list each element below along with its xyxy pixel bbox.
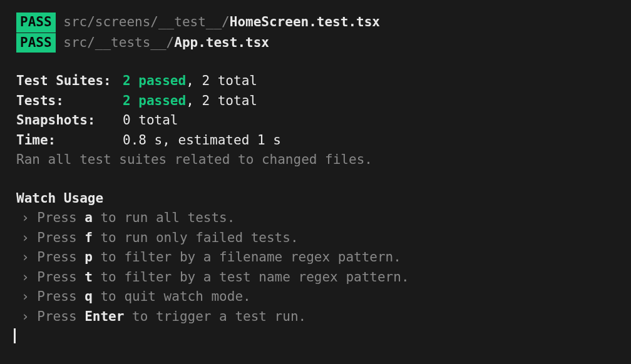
bullet-icon: ›: [21, 230, 29, 245]
watch-key[interactable]: p: [85, 250, 93, 265]
summary-label: Tests:: [16, 91, 123, 111]
test-result-line: PASS src/__tests__/App.test.tsx: [16, 33, 615, 53]
path-prefix: src/__tests__/: [63, 35, 174, 50]
watch-item: › Press a to run all tests.: [16, 208, 615, 228]
cursor-line[interactable]: [16, 326, 615, 346]
summary-section: Test Suites: 2 passed, 2 total Tests: 2 …: [16, 71, 615, 170]
watch-item: › Press p to filter by a filename regex …: [16, 248, 615, 268]
watch-item: › Press f to run only failed tests.: [16, 228, 615, 248]
summary-time: Time: 0.8 s, estimated 1 s: [16, 131, 615, 151]
summary-label: Time:: [16, 131, 123, 151]
watch-key[interactable]: a: [85, 210, 93, 225]
summary-snapshots: Snapshots: 0 total: [16, 111, 615, 131]
pass-badge: PASS: [16, 33, 56, 53]
pass-badge: PASS: [16, 13, 56, 33]
watch-item: › Press Enter to trigger a test run.: [16, 307, 615, 327]
test-result-line: PASS src/screens/__test__/HomeScreen.tes…: [16, 13, 615, 33]
watch-item: › Press q to quit watch mode.: [16, 287, 615, 307]
watch-desc: to filter by a filename regex pattern.: [93, 250, 401, 265]
bullet-icon: ›: [21, 270, 29, 285]
summary-passed: 2 passed: [123, 73, 186, 88]
bullet-icon: ›: [21, 289, 29, 304]
test-path: src/screens/__test__/HomeScreen.test.tsx: [63, 14, 380, 29]
summary-ran-text: Ran all test suites related to changed f…: [16, 150, 615, 170]
cursor-icon: [14, 328, 16, 343]
summary-label: Snapshots:: [16, 111, 123, 131]
path-filename: App.test.tsx: [174, 35, 269, 50]
summary-value: 0 total: [123, 111, 178, 131]
watch-key[interactable]: f: [85, 230, 93, 245]
path-filename: HomeScreen.test.tsx: [230, 14, 380, 29]
bullet-icon: ›: [21, 309, 29, 324]
test-results: PASS src/screens/__test__/HomeScreen.tes…: [16, 13, 615, 53]
watch-desc: to trigger a test run.: [124, 309, 306, 324]
path-prefix: src/screens/__test__/: [63, 14, 230, 29]
summary-test-suites: Test Suites: 2 passed, 2 total: [16, 71, 615, 91]
bullet-icon: ›: [21, 250, 29, 265]
summary-total: , 2 total: [186, 73, 257, 88]
bullet-icon: ›: [21, 210, 29, 225]
test-path: src/__tests__/App.test.tsx: [63, 35, 269, 50]
watch-usage-title: Watch Usage: [16, 189, 615, 209]
watch-usage-section: Watch Usage › Press a to run all tests. …: [16, 189, 615, 346]
watch-key[interactable]: t: [85, 270, 93, 285]
watch-item: › Press t to filter by a test name regex…: [16, 268, 615, 288]
watch-key[interactable]: q: [85, 289, 93, 304]
watch-desc: to quit watch mode.: [93, 289, 251, 304]
summary-total: , 2 total: [186, 93, 257, 108]
summary-label: Test Suites:: [16, 71, 123, 91]
summary-value: 0.8 s, estimated 1 s: [123, 131, 281, 151]
watch-desc: to run all tests.: [93, 210, 235, 225]
summary-tests: Tests: 2 passed, 2 total: [16, 91, 615, 111]
watch-desc: to filter by a test name regex pattern.: [93, 270, 409, 285]
summary-passed: 2 passed: [123, 93, 186, 108]
watch-desc: to run only failed tests.: [93, 230, 299, 245]
watch-key[interactable]: Enter: [85, 309, 124, 324]
